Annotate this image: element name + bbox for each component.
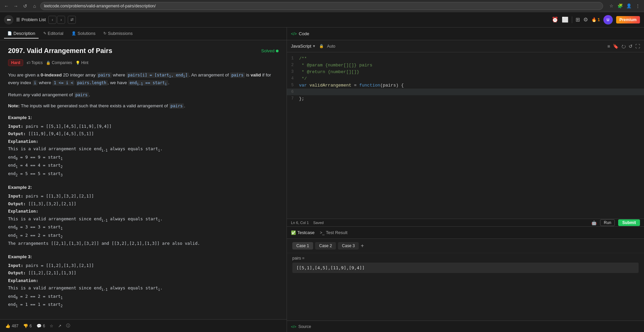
left-tabs: 📄 Description ✎ Editorial 👤 Solutions ↻ …	[0, 27, 287, 40]
dislike-button[interactable]: 👎 6	[23, 324, 32, 328]
submit-button[interactable]: Submit	[618, 219, 640, 226]
code-line-6: 6	[287, 89, 644, 95]
code-editor[interactable]: 1 /** 2 * @param {number[][]} pairs 3 * …	[287, 52, 644, 219]
info-button[interactable]: ⓘ	[66, 323, 70, 329]
testcase-tabs: ✅ Testcase >_ Test Result	[287, 227, 644, 239]
case-3-tab[interactable]: Case 3	[338, 242, 359, 250]
reset-button[interactable]: ⭮	[621, 44, 626, 49]
source-label: Source	[298, 324, 311, 329]
tab-submissions[interactable]: ↻ Submissions	[100, 29, 136, 39]
forward-button[interactable]: →	[12, 2, 19, 10]
solved-dot	[276, 50, 279, 52]
url-bar[interactable]: leetcode.com/problems/valid-arrangement-…	[40, 2, 603, 10]
more-button[interactable]: ⋮	[634, 2, 641, 10]
timer-button[interactable]: ⏰	[552, 16, 558, 23]
comment-icon: 💬	[37, 324, 42, 328]
solutions-tab-icon: 👤	[71, 31, 76, 36]
topics-button[interactable]: 🏷 Topics	[27, 60, 43, 65]
settings-button[interactable]: ⚙	[583, 16, 588, 23]
return-text: Return any valid arrangement of pairs.	[8, 91, 279, 99]
problem-title: 2097. Valid Arrangement of Pairs	[8, 47, 112, 55]
source-bar: </> Source	[287, 321, 644, 332]
share-button[interactable]: ↗	[58, 324, 61, 328]
share-icon: ↗	[58, 324, 61, 328]
home-button[interactable]: ⌂	[31, 2, 38, 10]
bookmark-button[interactable]: ☆	[50, 324, 53, 328]
language-label: JavaScript	[291, 44, 311, 49]
main-layout: 📄 Description ✎ Editorial 👤 Solutions ↻ …	[0, 27, 644, 332]
editor-position: Ln 6, Col 1 Saved	[291, 221, 324, 225]
tab-test-result[interactable]: >_ Test Result	[320, 230, 347, 235]
editor-status-bar: Ln 6, Col 1 Saved 🤖 Run Submit	[287, 219, 644, 227]
testcase-panel: ✅ Testcase >_ Test Result Case 1 Case 2 …	[287, 227, 644, 321]
left-bottom-bar: 👍 487 👎 6 💬 6 ☆ ↗ ⓘ	[0, 319, 287, 332]
example-3: Example 3: Input: pairs = [[1,2],[1,3],[…	[8, 254, 279, 309]
example-3-content: Input: pairs = [[1,2],[1,3],[2,1]] Outpu…	[8, 262, 279, 309]
code-line-3: 3 * @return {number[][]}	[287, 68, 644, 75]
premium-button[interactable]: Premium	[616, 16, 640, 23]
topics-icon: 🏷	[27, 61, 30, 65]
right-panel-title: Code	[299, 31, 309, 36]
ai-assist-button[interactable]: 🤖	[591, 220, 597, 225]
code-bracket-icon: </>	[291, 32, 297, 36]
example-1: Example 1: Input: pairs = [[5,1],[4,5],[…	[8, 115, 279, 178]
language-selector[interactable]: JavaScript ▼	[291, 44, 316, 49]
streak-badge: 🔥 1	[591, 17, 600, 22]
left-panel: 📄 Description ✎ Editorial 👤 Solutions ↻ …	[0, 27, 287, 332]
user-avatar[interactable]: U	[603, 15, 613, 24]
tab-description[interactable]: 📄 Description	[4, 29, 39, 39]
add-case-button[interactable]: +	[361, 243, 364, 249]
example-1-content: Input: pairs = [[5,1],[4,5],[11,9],[9,4]…	[8, 123, 279, 178]
tab-editorial[interactable]: ✎ Editorial	[40, 29, 67, 39]
source-code-icon: </>	[291, 325, 296, 329]
right-top-left: </> Code	[291, 31, 309, 36]
case-2-tab[interactable]: Case 2	[315, 242, 336, 250]
extensions-button[interactable]: 🧩	[616, 2, 624, 10]
problem-list-button[interactable]: ☰ Problem List	[16, 17, 46, 22]
problem-description: You are given a 0-indexed 2D integer arr…	[8, 71, 279, 87]
testcase-input-value[interactable]: [[5,1],[4,5],[11,9],[9,4]]	[292, 263, 639, 273]
code-line-1: 1 /**	[287, 55, 644, 62]
editor-actions: 🤖 Run Submit	[591, 219, 640, 226]
difficulty-badge: Hard	[8, 59, 23, 66]
comments-button[interactable]: 💬 6	[37, 324, 45, 328]
profile-button[interactable]: 👤	[625, 2, 633, 10]
companies-button[interactable]: 🔒 Companies	[46, 60, 72, 65]
tab-testcase[interactable]: ✅ Testcase	[291, 230, 314, 235]
back-button[interactable]: ←	[3, 2, 10, 10]
hint-button[interactable]: 💡 Hint	[76, 60, 88, 65]
format-button[interactable]: ≡	[607, 44, 610, 49]
refresh-button[interactable]: ↺	[21, 2, 29, 10]
testcase-input-label: pairs =	[292, 256, 639, 261]
chevron-down-icon: ▼	[312, 44, 316, 48]
example-2: Example 2: Input: pairs = [[1,3],[3,2],[…	[8, 185, 279, 247]
note-button[interactable]: ⬜	[562, 16, 568, 23]
run-button[interactable]: Run	[600, 219, 615, 226]
code-line-2: 2 * @param {number[][]} pairs	[287, 62, 644, 68]
auto-label: Auto	[327, 44, 336, 49]
info-icon: ⓘ	[66, 323, 70, 329]
lc-home-button[interactable]: ⬅	[4, 15, 13, 24]
example-2-content: Input: pairs = [[1,3],[3,2],[2,1]] Outpu…	[8, 192, 279, 247]
prev-problem-button[interactable]: ‹	[48, 16, 56, 24]
note-text: Note: The inputs will be generated such …	[8, 102, 279, 110]
case-1-tab[interactable]: Case 1	[292, 242, 313, 250]
grid-button[interactable]: ⊞	[576, 16, 580, 23]
nav-divider	[572, 16, 572, 23]
lc-nav-right: ⏰ ⬜ ⊞ ⚙ 🔥 1 U Premium	[552, 15, 640, 24]
lock-icon: 🔒	[319, 44, 324, 48]
code-toolbar-right: ≡ 🔖 ⭮ ↺ ⛶	[607, 44, 640, 49]
next-problem-button[interactable]: ›	[57, 16, 65, 24]
bookmark-star-button[interactable]: ☆	[608, 2, 615, 10]
left-content: 2097. Valid Arrangement of Pairs Solved …	[0, 40, 287, 319]
shuffle-button[interactable]: ⇄	[68, 16, 76, 24]
code-line-5: 5 var validArrangement = function(pairs)…	[287, 82, 644, 89]
tab-solutions[interactable]: 👤 Solutions	[68, 29, 99, 39]
bookmark-code-button[interactable]: 🔖	[613, 44, 618, 49]
example-2-title: Example 2:	[8, 185, 279, 190]
fullscreen-button[interactable]: ⛶	[635, 44, 640, 49]
terminal-icon: >_	[320, 230, 325, 235]
undo-button[interactable]: ↺	[629, 44, 633, 49]
code-line-4: 4 */	[287, 75, 644, 82]
like-button[interactable]: 👍 487	[5, 324, 18, 328]
